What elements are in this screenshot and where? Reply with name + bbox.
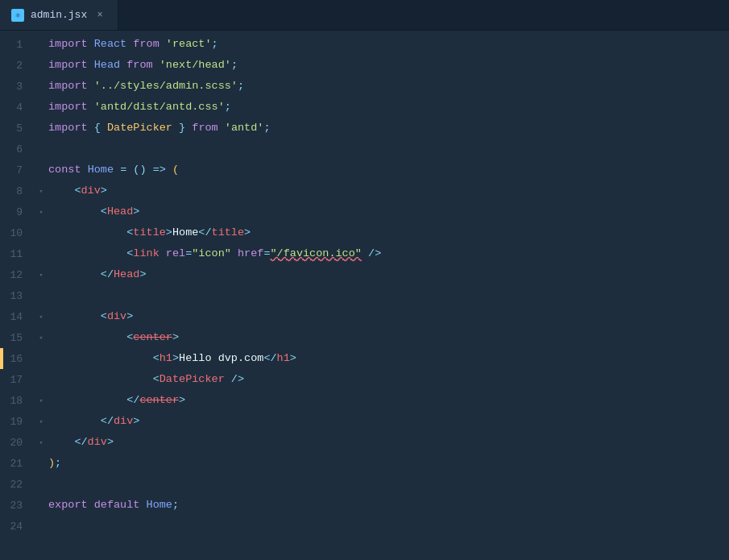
fold-arrow[interactable]: ▾ [35, 206, 47, 218]
code-line: 4import 'antd/dist/antd.css'; [0, 97, 729, 118]
code-line: 5import { DatePicker } from 'antd'; [0, 118, 729, 139]
tab-close-button[interactable]: × [93, 9, 106, 22]
line-content: </div> [48, 411, 139, 432]
code-line: 11 <link rel="icon" href="/favicon.ico" … [0, 243, 729, 264]
line-number: 23 [0, 500, 35, 512]
fold-arrow[interactable] [35, 458, 47, 469]
line-content: <div> [48, 306, 133, 327]
line-content: <DatePicker /> [48, 369, 244, 390]
fold-arrow[interactable] [35, 102, 47, 113]
line-content: import React from 'react'; [48, 34, 218, 55]
fold-arrow[interactable]: ▾ [35, 185, 47, 197]
fold-arrow[interactable] [35, 479, 47, 490]
line-number: 10 [0, 227, 35, 239]
fold-arrow[interactable] [35, 353, 47, 364]
line-content: </center> [48, 390, 185, 411]
code-line: 19▾ </div> [0, 411, 729, 432]
line-number: 13 [0, 290, 35, 302]
line-number: 3 [0, 81, 35, 93]
line-number: 15 [0, 332, 35, 344]
line-content: <center> [48, 327, 179, 348]
fold-arrow[interactable]: ▾ [35, 416, 47, 427]
fold-arrow[interactable] [35, 143, 47, 155]
line-content: <h1>Hello dvp.com</h1> [48, 348, 296, 369]
code-line: 1import React from 'react'; [0, 34, 729, 55]
line-content: export default Home; [48, 495, 179, 516]
line-content: <title>Home</title> [48, 222, 251, 243]
code-line: 12▾ </Head> [0, 264, 729, 285]
code-line: 3import '../styles/admin.scss'; [0, 76, 729, 97]
fold-arrow[interactable]: ▾ [35, 269, 47, 280]
code-line: 16 <h1>Hello dvp.com</h1> [0, 348, 729, 369]
code-line: 17 <DatePicker /> [0, 369, 729, 390]
editor-body: 1import React from 'react';2import Head … [0, 31, 729, 560]
code-line: 14▾ <div> [0, 306, 729, 327]
code-line: 24 [0, 516, 729, 537]
line-number: 1 [0, 39, 35, 51]
code-line: 23export default Home; [0, 495, 729, 516]
line-content: </div> [48, 432, 114, 453]
code-area[interactable]: 1import React from 'react';2import Head … [0, 31, 729, 560]
fold-arrow[interactable] [35, 122, 47, 134]
code-line: 10 <title>Home</title> [0, 222, 729, 243]
line-content: import Head from 'next/head'; [48, 55, 238, 76]
line-content: ); [48, 453, 61, 474]
fold-arrow[interactable] [35, 227, 47, 239]
line-content: </Head> [48, 264, 147, 285]
fold-arrow[interactable]: ▾ [35, 311, 47, 322]
line-number: 22 [0, 479, 35, 491]
code-line: 20▾ </div> [0, 432, 729, 453]
fold-arrow[interactable] [35, 290, 47, 301]
fold-arrow[interactable] [35, 521, 47, 532]
tab-icon: ⚛ [11, 9, 24, 22]
code-line: 2import Head from 'next/head'; [0, 55, 729, 76]
fold-arrow[interactable]: ▾ [35, 437, 47, 448]
line-content: import '../styles/admin.scss'; [48, 76, 244, 97]
line-number: 8 [0, 185, 35, 197]
fold-arrow[interactable] [35, 39, 47, 50]
line-number: 14 [0, 311, 35, 323]
line-number: 24 [0, 521, 35, 533]
code-line: 15▾ <center> [0, 327, 729, 348]
fold-arrow[interactable] [35, 164, 47, 176]
line-number: 20 [0, 437, 35, 449]
code-line: 8▾ <div> [0, 180, 729, 201]
line-content: import 'antd/dist/antd.css'; [48, 97, 231, 118]
fold-arrow[interactable] [35, 60, 47, 71]
line-number: 6 [0, 143, 35, 156]
code-line: 9▾ <Head> [0, 201, 729, 222]
line-content: import { DatePicker } from 'antd'; [48, 118, 271, 139]
line-number: 7 [0, 164, 35, 176]
fold-arrow[interactable]: ▾ [35, 332, 47, 343]
line-content: <Head> [48, 201, 139, 222]
line-content: <link rel="icon" href="/favicon.ico" /> [48, 243, 381, 264]
tab-bar: ⚛ admin.jsx × [0, 0, 729, 31]
line-number: 9 [0, 206, 35, 218]
fold-arrow[interactable] [35, 81, 47, 92]
fold-arrow[interactable] [35, 500, 47, 511]
code-line: 18▾ </center> [0, 390, 729, 411]
line-number: 4 [0, 102, 35, 114]
code-line: 13 [0, 285, 729, 306]
line-number: 2 [0, 60, 35, 72]
line-content: <div> [48, 180, 107, 201]
line-number: 18 [0, 395, 35, 407]
line-number: 5 [0, 122, 35, 135]
fold-arrow[interactable] [35, 248, 47, 259]
fold-arrow[interactable] [35, 374, 47, 385]
line-number: 19 [0, 416, 35, 428]
tab-admin-jsx[interactable]: ⚛ admin.jsx × [0, 0, 118, 30]
line-content: const Home = () => ( [48, 160, 179, 180]
code-line: 22 [0, 474, 729, 495]
code-line: 7const Home = () => ( [0, 160, 729, 180]
line-number: 16 [0, 353, 35, 365]
tab-filename: admin.jsx [31, 9, 87, 21]
code-line: 21); [0, 453, 729, 474]
code-line: 6 [0, 139, 729, 160]
fold-arrow[interactable]: ▾ [35, 395, 47, 406]
line-number: 11 [0, 248, 35, 260]
breakpoint-marker [0, 348, 3, 369]
line-number: 17 [0, 374, 35, 386]
line-number: 21 [0, 458, 35, 470]
line-number: 12 [0, 269, 35, 281]
